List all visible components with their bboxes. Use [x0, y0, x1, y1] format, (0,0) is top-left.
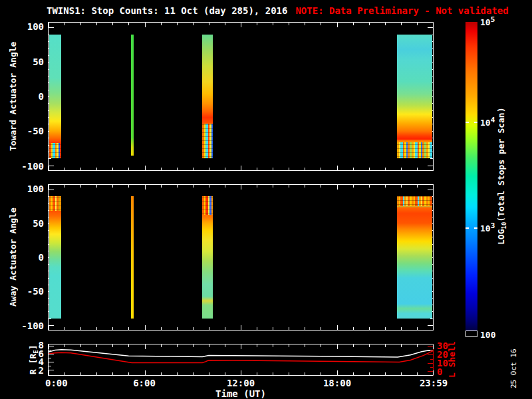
x-tick [417, 168, 418, 170]
x-tick [49, 325, 49, 330]
cbar-label-sub: 10 [501, 222, 507, 229]
x-tick [321, 185, 321, 188]
x-tick [417, 372, 418, 375]
x-tick [193, 372, 194, 375]
y-tick [49, 190, 54, 190]
x-tick [337, 166, 338, 170]
x-tick [305, 327, 305, 330]
x-tick [353, 185, 354, 188]
figure-title: TWINS1: Stop Counts: 11 Oct (day 285), 2… [47, 5, 509, 16]
x-tick [417, 185, 418, 188]
x-tick [321, 344, 321, 347]
lshell-tick [428, 346, 433, 347]
x-tick [209, 344, 209, 347]
x-tick [161, 372, 162, 375]
x-tick [177, 23, 178, 25]
y-tick [49, 319, 51, 319]
x-tick [369, 185, 370, 188]
colorbar-tick [474, 227, 477, 229]
x-tick [112, 327, 113, 330]
x-tick [225, 327, 225, 330]
y-tick-label: 100 [0, 183, 44, 195]
lshell-minor-tick [430, 359, 433, 360]
y-tick [428, 325, 433, 326]
x-tick [177, 372, 178, 375]
lshell-tick [428, 363, 433, 364]
lshell-tick [428, 371, 433, 372]
x-tick [433, 370, 434, 375]
x-tick [96, 327, 97, 330]
x-tick [65, 23, 65, 25]
heat-band [397, 35, 432, 159]
x-tick [161, 327, 162, 330]
colorbar-tick-label: 103 [480, 221, 495, 233]
x-tick [369, 372, 370, 375]
x-tick [80, 372, 81, 375]
lshell-tick-label: 0 [437, 366, 442, 378]
colorbar-tick-label: 100 [480, 330, 495, 340]
x-tick [385, 372, 386, 375]
x-tick [241, 166, 241, 170]
date-stamp: 25 Oct 16 [509, 344, 518, 392]
x-tick [273, 372, 273, 375]
colorbar-end-box [466, 331, 477, 337]
x-tick [80, 168, 81, 170]
x-tick [369, 344, 370, 347]
x-tick [401, 168, 402, 170]
x-tick [49, 370, 49, 375]
x-tick [321, 23, 321, 25]
heat-band [131, 196, 134, 318]
x-tick [257, 168, 257, 170]
x-tick [209, 327, 209, 330]
x-tick [112, 168, 113, 170]
heat-band [49, 196, 62, 318]
y-tick-label: -100 [0, 160, 44, 172]
x-tick [273, 23, 273, 25]
x-tick [209, 185, 209, 188]
x-tick [353, 23, 354, 25]
colorbar-tick-label: 104 [480, 116, 495, 128]
x-tick [385, 327, 386, 330]
x-tick [49, 166, 49, 170]
x-tick [337, 370, 338, 375]
x-tick [241, 185, 241, 190]
x-tick-label: 23:59 [420, 378, 448, 388]
y-tick-label: -50 [0, 125, 44, 137]
x-tick [433, 185, 434, 190]
x-tick [385, 185, 386, 188]
x-tick [65, 185, 65, 188]
x-tick [273, 327, 273, 330]
y-tick [49, 325, 54, 326]
x-tick [112, 372, 113, 375]
x-tick [80, 327, 81, 330]
x-tick [385, 344, 386, 347]
cbar-label-pre: LOG [496, 229, 506, 245]
x-tick [289, 168, 289, 170]
heat-band [202, 35, 213, 159]
y-tick [430, 319, 433, 319]
x-tick [321, 168, 321, 170]
lshell-axis-label: L Shell [447, 341, 457, 378]
x-tick [241, 344, 241, 349]
x-tick [145, 23, 146, 27]
x-tick [289, 327, 289, 330]
r-minor-tick [49, 358, 51, 358]
colorbar-tick-base: 10 [480, 118, 491, 128]
x-tick-label: 6:00 [133, 378, 156, 388]
x-tick [193, 185, 194, 188]
x-tick [112, 344, 113, 347]
x-tick [193, 344, 194, 347]
r-tick [49, 370, 54, 370]
x-tick [369, 23, 370, 25]
y-tick [428, 166, 433, 166]
x-tick [145, 370, 146, 375]
x-tick [433, 23, 434, 27]
x-tick [353, 344, 354, 347]
x-tick [273, 168, 273, 170]
x-tick [225, 168, 225, 170]
x-tick [145, 325, 146, 330]
colorbar [466, 22, 477, 331]
x-tick [49, 185, 49, 190]
lshell-tick [428, 354, 433, 355]
x-tick [273, 344, 273, 347]
